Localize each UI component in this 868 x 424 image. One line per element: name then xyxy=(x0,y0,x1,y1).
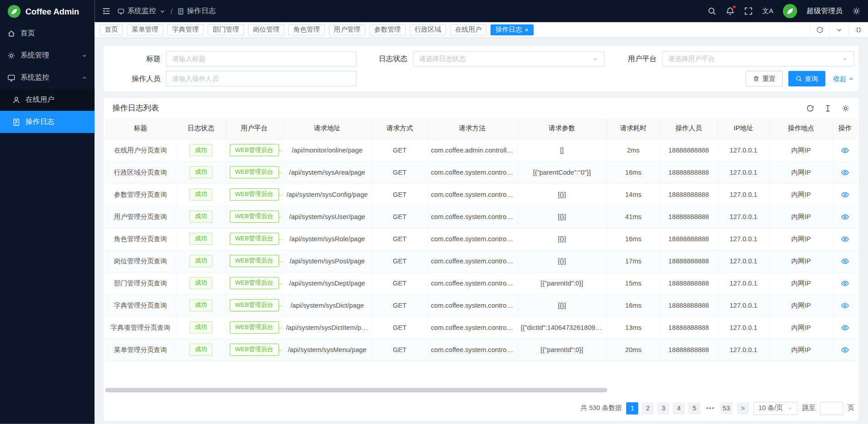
content-fullscreen-icon[interactable] xyxy=(849,22,868,37)
search-button[interactable]: 查询 xyxy=(788,71,826,86)
view-detail-button[interactable] xyxy=(833,161,857,183)
cell-duration: 17ms xyxy=(607,250,660,272)
platform-badge: WEB管理后台 xyxy=(230,300,279,311)
username[interactable]: 超级管理员 xyxy=(807,6,843,16)
tab[interactable]: 首页 xyxy=(99,24,123,35)
cell-params: [{}] xyxy=(517,294,607,316)
cell-location: 内网IP xyxy=(769,183,833,205)
page-button[interactable]: 4 xyxy=(673,402,685,414)
operator-input[interactable] xyxy=(166,71,356,86)
status-badge: 成功 xyxy=(189,144,212,156)
cell-platform: WEB管理后台 xyxy=(226,250,283,272)
title-input[interactable] xyxy=(166,51,356,67)
log-status-select[interactable]: 请选择日志状态 xyxy=(413,51,604,67)
monitor-icon xyxy=(7,73,15,81)
platform-badge: WEB管理后台 xyxy=(230,255,279,267)
view-detail-button[interactable] xyxy=(833,294,857,316)
tab[interactable]: 字典管理 xyxy=(167,24,204,35)
cell-request-method: GET xyxy=(372,272,427,294)
user-platform-select[interactable]: 请选择用户平台 xyxy=(662,51,854,67)
view-detail-button[interactable] xyxy=(833,338,857,361)
reset-button[interactable]: 重置 xyxy=(745,71,783,86)
platform-badge: WEB管理后台 xyxy=(230,233,279,245)
sidebar-item-system-management[interactable]: 系统管理 xyxy=(0,44,94,67)
page-ellipsis[interactable]: ••• xyxy=(704,402,717,414)
cell-status: 成功 xyxy=(176,183,226,205)
tab-label: 首页 xyxy=(104,25,118,34)
view-detail-button[interactable] xyxy=(833,205,857,228)
tab[interactable]: 用户管理 xyxy=(329,24,365,35)
tab-label: 菜单管理 xyxy=(132,25,158,34)
chevron-up-icon xyxy=(81,75,87,81)
trash-icon xyxy=(753,76,760,82)
tab-label: 字典管理 xyxy=(172,25,199,34)
cell-operator: 18888888888 xyxy=(660,228,717,250)
page-button[interactable]: 53 xyxy=(720,402,732,414)
view-detail-button[interactable] xyxy=(833,272,857,294)
breadcrumb-item-monitor[interactable]: 系统监控 xyxy=(118,6,166,16)
view-detail-button[interactable] xyxy=(833,316,857,338)
refresh-icon[interactable] xyxy=(810,22,829,37)
next-page-button[interactable]: > xyxy=(737,402,749,414)
cell-status: 成功 xyxy=(176,205,226,228)
page-button[interactable]: 3 xyxy=(657,402,670,414)
cell-params: [{}] xyxy=(517,183,607,205)
document-icon xyxy=(177,8,184,15)
jump-page-input[interactable] xyxy=(820,401,843,414)
settings-gear-icon[interactable] xyxy=(852,7,861,16)
sidebar-item-system-monitor[interactable]: 系统监控 xyxy=(0,67,94,89)
select-placeholder: 请选择日志状态 xyxy=(419,54,466,63)
tab[interactable]: 操作日志 × xyxy=(491,24,534,35)
page-button[interactable]: 2 xyxy=(642,402,654,414)
sidebar-item-home[interactable]: 首页 xyxy=(0,22,94,44)
cell-title: 字典管理分页查询 xyxy=(105,294,176,316)
view-detail-button[interactable] xyxy=(833,183,857,205)
cell-duration: 2ms xyxy=(607,139,660,161)
sidebar-item-operation-log[interactable]: 操作日志 xyxy=(0,111,94,133)
view-detail-button[interactable] xyxy=(833,250,857,272)
cell-location: 内网IP xyxy=(769,205,833,228)
tab-close-icon[interactable]: × xyxy=(525,26,529,33)
pagination-total: 共 530 条数据 xyxy=(580,403,622,413)
user-avatar[interactable] xyxy=(783,4,797,19)
notification-bell-icon[interactable] xyxy=(726,7,735,16)
tab[interactable]: 部门管理 xyxy=(208,24,244,35)
table-row: 用户管理分页查询 成功 WEB管理后台 /api/system/sysUser/… xyxy=(105,205,857,228)
horizontal-scrollbar-thumb[interactable] xyxy=(105,388,607,392)
page-button[interactable]: 1 xyxy=(626,402,638,414)
status-badge: 成功 xyxy=(189,277,212,289)
tab[interactable]: 岗位管理 xyxy=(248,24,285,35)
menu-fold-icon[interactable] xyxy=(102,7,111,16)
tab[interactable]: 行政区域 xyxy=(410,24,446,35)
row-density-icon[interactable] xyxy=(824,104,832,112)
page-size-select[interactable]: 10 条/页 xyxy=(754,401,798,414)
refresh-icon[interactable] xyxy=(806,104,814,112)
column-header: 操作 xyxy=(833,118,857,139)
cell-handler: com.coffee.system.controlle... xyxy=(427,294,517,316)
column-settings-gear-icon[interactable] xyxy=(841,104,849,112)
tab[interactable]: 角色管理 xyxy=(288,24,325,35)
sidebar-item-online-users[interactable]: 在线用户 xyxy=(0,89,94,111)
cell-platform: WEB管理后台 xyxy=(226,338,283,361)
status-badge: 成功 xyxy=(189,211,212,223)
cell-params: [{"parentCode":"0"}] xyxy=(517,161,607,183)
collapse-filter-link[interactable]: 收起 xyxy=(833,74,854,83)
page-button[interactable]: 5 xyxy=(689,402,701,414)
eye-icon xyxy=(841,324,849,332)
view-detail-button[interactable] xyxy=(833,139,857,161)
tab-options-chevron-icon[interactable] xyxy=(829,22,849,37)
table-row: 角色管理分页查询 成功 WEB管理后台 /api/system/sysRole/… xyxy=(105,228,857,250)
sidebar-submenu: 在线用户 操作日志 xyxy=(0,89,94,133)
search-label: 查询 xyxy=(805,74,818,83)
cell-title: 岗位管理分页查询 xyxy=(105,250,176,272)
cell-ip: 127.0.0.1 xyxy=(717,294,769,316)
tab[interactable]: 菜单管理 xyxy=(127,24,163,35)
tab[interactable]: 在线用户 xyxy=(450,24,487,35)
cell-handler: com.coffee.system.controlle... xyxy=(427,316,517,338)
table-row: 部门管理分页查询 成功 WEB管理后台 /api/system/sysDept/… xyxy=(105,272,857,294)
tab[interactable]: 参数管理 xyxy=(369,24,406,35)
fullscreen-icon[interactable] xyxy=(744,7,753,16)
language-switch-icon[interactable]: 文A xyxy=(762,6,774,16)
view-detail-button[interactable] xyxy=(833,228,857,250)
search-icon[interactable] xyxy=(708,7,717,16)
